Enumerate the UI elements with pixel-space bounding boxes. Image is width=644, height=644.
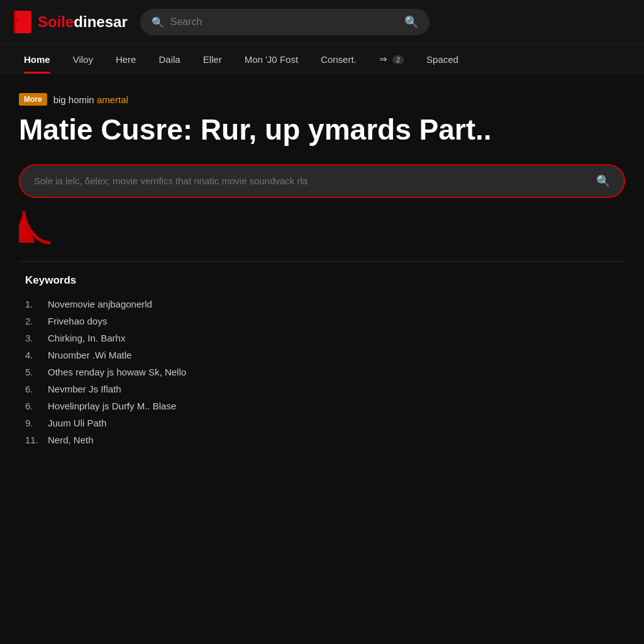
keyword-number: 3. (25, 333, 40, 343)
keyword-number: 6. (25, 401, 40, 411)
keyword-number: 4. (25, 350, 40, 360)
nav-item-home[interactable]: Home (13, 45, 62, 74)
tag-more-badge: More (19, 93, 47, 106)
keywords-section: Keywords 1. Novemovie anjbagonerld2. Fri… (19, 274, 625, 448)
keyword-text: Nruomber .Wi Matle (48, 350, 131, 360)
list-item: 5. Othes renday js howaw Sk, Nello (25, 364, 619, 380)
keyword-number: 9. (25, 418, 40, 428)
header: Soiledinesar 🔍 🔍 (0, 0, 644, 45)
logo-icon (13, 11, 33, 33)
nav-arrow-icon: ⇒ (379, 53, 387, 64)
nav-item-mon[interactable]: Mon 'J0 Fost (233, 45, 309, 74)
main-search-icon: 🔍 (596, 174, 610, 188)
arrow-row (19, 208, 625, 246)
main-search-box[interactable]: 🔍 (19, 164, 625, 198)
keyword-text: Othes renday js howaw Sk, Nello (48, 367, 186, 377)
keyword-number: 2. (25, 316, 40, 326)
svg-rect-1 (14, 11, 16, 33)
nav-item-here[interactable]: Here (104, 45, 148, 74)
nav-item-badge[interactable]: ⇒ 2 (368, 45, 415, 74)
nav-badge-count: 2 (392, 55, 404, 64)
main-search-input[interactable] (34, 175, 596, 186)
logo-area: Soiledinesar (13, 11, 128, 33)
main-content: More big homin amertal Matie Cusre: Rur,… (0, 74, 644, 461)
list-item: 11. Nerd, Neth (25, 431, 619, 448)
nav-item-spaced[interactable]: Spaced (415, 45, 470, 74)
logo-text: Soiledinesar (38, 13, 128, 31)
tag-row: More big homin amertal (19, 93, 625, 106)
keyword-text: Nevmber Js Iflath (48, 384, 121, 394)
list-item: 9. Juum Uli Path (25, 414, 619, 431)
nav-item-daila[interactable]: Daila (147, 45, 191, 74)
list-item: 4. Nruomber .Wi Matle (25, 347, 619, 364)
list-item: 1. Novemovie anjbagonerld (25, 296, 619, 313)
header-search-bar[interactable]: 🔍 🔍 (140, 9, 430, 35)
keyword-number: 6. (25, 384, 40, 394)
keywords-list: 1. Novemovie anjbagonerld2. Frivehao doy… (25, 296, 619, 448)
keyword-text: Hovelinprlay js Durfy M.. Blase (48, 401, 176, 411)
nav-item-eller[interactable]: Eller (192, 45, 233, 74)
keyword-number: 5. (25, 367, 40, 377)
divider (19, 261, 625, 262)
list-item: 2. Frivehao doys (25, 313, 619, 330)
search-icon: 🔍 (152, 16, 164, 28)
keyword-text: Juum Uli Path (48, 418, 106, 428)
red-arrow-icon (19, 208, 57, 246)
keywords-title: Keywords (25, 274, 619, 287)
nav-item-consert[interactable]: Consert. (309, 45, 368, 74)
keyword-text: Novemovie anjbagonerld (48, 299, 152, 309)
nav-item-viloy[interactable]: Viloy (62, 45, 104, 74)
list-item: 6. Nevmber Js Iflath (25, 380, 619, 397)
keyword-text: Frivehao doys (48, 316, 107, 326)
svg-rect-0 (14, 11, 31, 33)
main-title: Matie Cusre: Rur, up ymards Part.. (19, 113, 625, 147)
keyword-text: Nerd, Neth (48, 435, 94, 445)
keyword-number: 11. (25, 435, 40, 445)
list-item: 6. Hovelinprlay js Durfy M.. Blase (25, 397, 619, 414)
list-item: 3. Chirking, In. Barhx (25, 330, 619, 347)
keyword-text: Chirking, In. Barhx (48, 333, 125, 343)
header-search-button[interactable]: 🔍 (404, 15, 418, 29)
tag-subtitle: big homin amertal (53, 94, 128, 105)
nav-bar: Home Viloy Here Daila Eller Mon 'J0 Fost… (0, 45, 644, 74)
header-search-input[interactable] (170, 16, 398, 28)
keyword-number: 1. (25, 299, 40, 309)
